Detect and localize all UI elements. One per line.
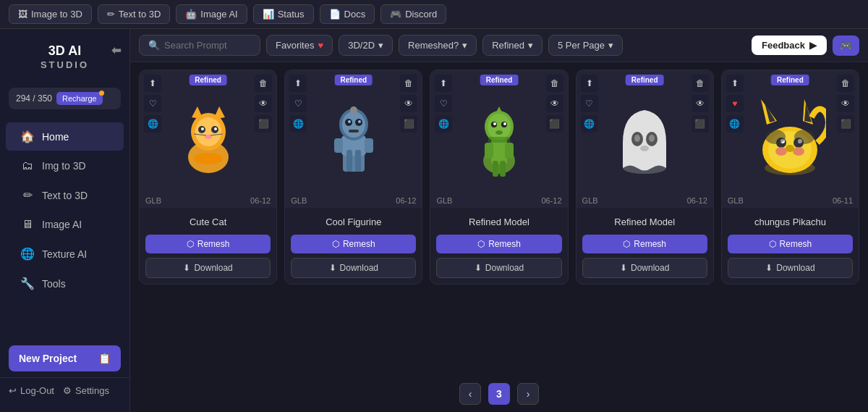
layers-btn-4[interactable]: ⬛ [837, 115, 854, 133]
view-btn-0[interactable]: 👁 [255, 95, 272, 112]
share-btn-2[interactable]: ⬆ [435, 75, 452, 92]
discord-nav-btn[interactable]: 🎮 Discord [380, 4, 446, 24]
sidebar-nav: 🏠 Home 🗂 Img to 3D ✏ Text to 3D 🖥 Image … [0, 121, 129, 340]
card-actions-right-0: 🗑 👁 ⬛ [255, 75, 272, 133]
view-btn-1[interactable]: 👁 [400, 95, 417, 112]
refined-filter-btn[interactable]: Refined ▾ [482, 35, 542, 56]
image-to-3d-nav-btn[interactable]: 🖼 Image to 3D [9, 4, 92, 24]
delete-btn-2[interactable]: 🗑 [546, 75, 563, 92]
remeshed-filter-btn[interactable]: Remeshed? ▾ [399, 35, 477, 56]
sidebar-item-image-ai[interactable]: 🖥 Image AI [6, 211, 124, 238]
svg-point-60 [793, 147, 804, 156]
top-navbar: 🖼 Image to 3D ✏ Text to 3D 🤖 Image AI 📊 … [0, 0, 868, 29]
next-page-button[interactable]: › [517, 383, 539, 405]
refined-badge-4: Refined [771, 75, 809, 85]
layers-btn-0[interactable]: ⬛ [255, 115, 272, 133]
delete-btn-4[interactable]: 🗑 [837, 75, 854, 92]
view-btn-2[interactable]: 👁 [546, 95, 563, 112]
globe-btn-4[interactable]: 🌐 [726, 115, 744, 133]
sidebar-item-home[interactable]: 🏠 Home [6, 122, 124, 151]
image-ai-nav-btn[interactable]: 🤖 Image AI [176, 4, 247, 24]
settings-button[interactable]: ⚙ Settings [63, 385, 109, 396]
img3d-icon: 🗂 [20, 159, 35, 172]
sidebar-item-texture-ai[interactable]: 🌐 Texture AI [6, 240, 124, 268]
feedback-button[interactable]: Feedback ▶ [752, 35, 827, 55]
card-actions-left-0: ⬆ ♡ 🌐 [144, 75, 161, 133]
sidebar-item-text-to-3d[interactable]: ✏ Text to 3D [6, 181, 124, 209]
layers-btn-3[interactable]: ⬛ [692, 115, 709, 133]
recharge-button[interactable]: Recharge [56, 92, 103, 105]
cards-row: Refined ⬆ ♡ 🌐 🗑 👁 ⬛ [139, 70, 859, 285]
app-logo: ⬅ 3D AI STUDIO [0, 38, 129, 82]
logout-button[interactable]: ↩ Log-Out [9, 385, 54, 396]
download-btn-2[interactable]: ⬇ Download [436, 258, 561, 278]
like-btn-0[interactable]: ♡ [144, 95, 161, 112]
back-icon[interactable]: ⬅ [111, 43, 121, 57]
sidebar-bottom: ↩ Log-Out ⚙ Settings [0, 377, 129, 403]
delete-btn-1[interactable]: 🗑 [400, 75, 417, 92]
svg-point-8 [214, 127, 217, 130]
prev-page-button[interactable]: ‹ [459, 383, 481, 405]
search-input[interactable] [164, 40, 251, 51]
view-btn-4[interactable]: 👁 [837, 95, 854, 112]
svg-point-59 [775, 147, 787, 156]
remesh-btn-2[interactable]: ⬡ Remesh [436, 235, 561, 253]
svg-point-39 [495, 130, 503, 135]
download-icon-2: ⬇ [475, 263, 482, 273]
layers-btn-1[interactable]: ⬛ [400, 115, 417, 133]
share-btn-3[interactable]: ⬆ [581, 75, 598, 92]
svg-point-38 [503, 122, 506, 125]
search-icon: 🔍 [148, 40, 160, 51]
discord-btn[interactable]: 🎮 [833, 35, 859, 56]
docs-nav-btn[interactable]: 📄 Docs [320, 4, 375, 24]
svg-rect-25 [349, 130, 359, 133]
share-btn-4[interactable]: ⬆ [726, 75, 744, 92]
new-project-button[interactable]: New Project 📋 [9, 345, 121, 371]
refined-badge-0: Refined [189, 75, 227, 85]
globe-btn-0[interactable]: 🌐 [144, 115, 161, 133]
layers-btn-2[interactable]: ⬛ [546, 115, 563, 133]
content-area: 🔍 Favorites ♥ 3D/2D ▾ Remeshed? ▾ Refine… [130, 29, 868, 412]
remesh-btn-1[interactable]: ⬡ Remesh [291, 235, 416, 253]
delete-btn-0[interactable]: 🗑 [255, 75, 272, 92]
download-btn-1[interactable]: ⬇ Download [291, 258, 416, 278]
download-btn-3[interactable]: ⬇ Download [582, 258, 707, 278]
credits-bar: 294 / 350 Recharge [9, 88, 121, 109]
search-box[interactable]: 🔍 [139, 35, 260, 56]
svg-rect-41 [488, 137, 510, 143]
share-btn-1[interactable]: ⬆ [289, 75, 307, 92]
text-to-3d-nav-btn[interactable]: ✏ Text to 3D [98, 4, 171, 24]
favorites-filter-btn[interactable]: Favorites ♥ [266, 35, 333, 56]
svg-rect-18 [355, 150, 361, 172]
globe-btn-1[interactable]: 🌐 [289, 115, 307, 133]
globe-btn-2[interactable]: 🌐 [435, 115, 452, 133]
like-btn-4[interactable]: ♥ [726, 95, 744, 112]
svg-marker-3 [192, 106, 203, 119]
globe-btn-3[interactable]: 🌐 [581, 115, 598, 133]
like-btn-1[interactable]: ♡ [289, 95, 307, 112]
svg-point-7 [201, 127, 204, 130]
download-btn-4[interactable]: ⬇ Download [728, 258, 853, 278]
remesh-btn-0[interactable]: ⬡ Remesh [145, 235, 271, 253]
sidebar-item-tools[interactable]: 🔧 Tools [6, 269, 124, 298]
view-btn-3[interactable]: 👁 [692, 95, 709, 112]
mode-filter-btn[interactable]: 3D/2D ▾ [339, 35, 393, 56]
remesh-btn-4[interactable]: ⬡ Remesh [728, 235, 853, 253]
svg-point-46 [649, 135, 655, 142]
text3d-icon: ✏ [20, 188, 35, 202]
delete-btn-3[interactable]: 🗑 [692, 75, 709, 92]
remesh-btn-3[interactable]: ⬡ Remesh [582, 235, 707, 253]
download-btn-0[interactable]: ⬇ Download [145, 258, 271, 278]
card-image-2: Refined ⬆ ♡ 🌐 🗑 👁 ⬛ [430, 70, 567, 193]
per-page-filter-btn[interactable]: 5 Per Page ▾ [548, 35, 623, 56]
card-meta-4: GLB 06-11 [722, 193, 859, 208]
card-title-2: Refined Model [436, 214, 561, 230]
like-btn-3[interactable]: ♡ [581, 95, 598, 112]
status-nav-btn[interactable]: 📊 Status [253, 4, 314, 24]
sidebar-item-img-to-3d[interactable]: 🗂 Img to 3D [6, 152, 124, 180]
share-btn-0[interactable]: ⬆ [144, 75, 161, 92]
card-actions-left-4: ⬆ ♥ 🌐 [726, 75, 744, 133]
like-btn-2[interactable]: ♡ [435, 95, 452, 112]
card-image-0: Refined ⬆ ♡ 🌐 🗑 👁 ⬛ [140, 70, 276, 193]
character-image-1 [321, 85, 386, 179]
